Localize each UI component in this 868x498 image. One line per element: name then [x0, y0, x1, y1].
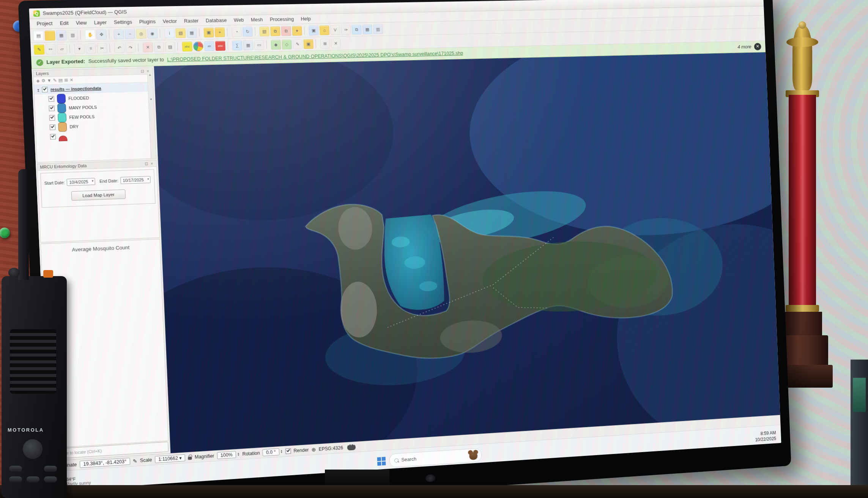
- toolbar-icon[interactable]: abc: [182, 41, 192, 51]
- toolbar-icon[interactable]: ▣: [303, 39, 313, 49]
- toolbar-icon[interactable]: ◎: [136, 29, 146, 39]
- toolbar-icon[interactable]: ▨: [165, 42, 175, 52]
- toolbar-icon[interactable]: [193, 41, 203, 51]
- menu-item-database[interactable]: Database: [202, 17, 230, 24]
- toolbar-icon[interactable]: ⧉: [352, 25, 362, 35]
- toolbar-icon[interactable]: ◔: [232, 27, 242, 37]
- layers-toolbar-icon[interactable]: ▼: [47, 78, 52, 83]
- toolbar-icon[interactable]: ▧: [259, 26, 269, 36]
- toolbar-icon[interactable]: abc: [215, 41, 225, 50]
- toolbar-icon[interactable]: +: [113, 29, 124, 39]
- toolbar-icon[interactable]: ⌗: [85, 43, 96, 53]
- toolbar-icon[interactable]: ✥: [96, 30, 107, 39]
- layer-checkbox[interactable]: [50, 124, 56, 130]
- menu-item-edit[interactable]: Edit: [56, 20, 72, 27]
- toolbar-icon[interactable]: ∑: [232, 41, 243, 50]
- layer-checkbox[interactable]: [48, 96, 54, 102]
- toolbar-icon[interactable]: ✂: [97, 43, 107, 53]
- more-messages-link[interactable]: 4 more: [737, 44, 751, 50]
- toolbar-icon[interactable]: ◉: [147, 28, 158, 38]
- toolbar-icon[interactable]: ✋: [85, 30, 96, 39]
- scale-combo[interactable]: 1:110662 ▾: [154, 454, 185, 463]
- start-button[interactable]: [377, 457, 386, 466]
- layers-toolbar-icon[interactable]: ⊞: [64, 78, 68, 83]
- menu-item-raster[interactable]: Raster: [180, 17, 202, 25]
- menu-item-vector[interactable]: Vector: [159, 18, 181, 25]
- toolbar-icon[interactable]: ◇: [282, 39, 292, 49]
- menu-item-web[interactable]: Web: [230, 17, 247, 24]
- messages-bubble-icon[interactable]: [347, 444, 356, 450]
- magnifier-spinner[interactable]: ▲▼: [237, 452, 240, 457]
- toolbar-icon[interactable]: ▥: [68, 30, 78, 40]
- toolbar-icon[interactable]: ↷: [125, 42, 136, 52]
- toolbar-icon[interactable]: +: [215, 27, 225, 37]
- menu-item-processing[interactable]: Processing: [266, 16, 297, 23]
- toolbar-icon[interactable]: ▾: [292, 26, 302, 36]
- menu-item-help[interactable]: Help: [297, 15, 314, 22]
- toolbar-icon[interactable]: ⧉: [154, 42, 164, 52]
- toolbar-icon[interactable]: ▦: [243, 40, 254, 50]
- layer-checkbox[interactable]: [49, 105, 55, 111]
- message-close-button[interactable]: ✕: [754, 43, 761, 50]
- toolbar-icon[interactable]: ⊞: [320, 39, 330, 49]
- lock-icon[interactable]: [188, 457, 192, 460]
- toolbar-icon[interactable]: ▭: [254, 40, 264, 50]
- toolbar-icon[interactable]: ✕: [143, 42, 153, 52]
- render-checkbox[interactable]: [285, 448, 291, 454]
- toolbar-icon[interactable]: ▣: [203, 27, 214, 37]
- taskbar-clock[interactable]: 8:59 AM 10/22/2025: [755, 430, 777, 443]
- menu-item-layer[interactable]: Layer: [90, 19, 110, 27]
- toolbar-icon[interactable]: ▧: [175, 28, 186, 38]
- map-canvas[interactable]: [154, 52, 781, 453]
- start-date-combo[interactable]: 10/4/2025: [67, 178, 95, 186]
- toolbar-icon[interactable]: ✑: [341, 25, 351, 35]
- toolbar-icon[interactable]: ▾: [74, 44, 85, 53]
- panel-dock-buttons[interactable]: ⊡ ×: [145, 161, 154, 166]
- toolbar-icon[interactable]: ⧉: [281, 26, 291, 36]
- menu-item-view[interactable]: View: [72, 19, 91, 27]
- rotation-input[interactable]: 0.0 °: [262, 448, 279, 456]
- toolbar-icon[interactable]: ab: [204, 41, 214, 51]
- toolbar-icon[interactable]: −: [125, 29, 135, 39]
- menu-item-project[interactable]: Project: [33, 20, 56, 27]
- panel-dock-buttons[interactable]: ⊡ ×: [140, 69, 150, 73]
- layer-checkbox[interactable]: [50, 134, 56, 140]
- toolbar-icon[interactable]: V: [330, 25, 340, 35]
- load-map-layer-button[interactable]: Load Map Layer: [71, 189, 126, 201]
- toolbar-icon[interactable]: ◆: [271, 39, 281, 49]
- magnifier-input[interactable]: 100%: [217, 451, 236, 459]
- toolbar-icon[interactable]: ▥: [373, 24, 383, 34]
- toolbar-icon[interactable]: ⧉: [270, 26, 280, 36]
- epsg-button[interactable]: EPSG:4326: [318, 445, 343, 452]
- taskbar-search[interactable]: Search: [389, 448, 482, 468]
- menu-item-mesh[interactable]: Mesh: [247, 16, 266, 24]
- toolbar-icon[interactable]: ▱: [57, 44, 67, 54]
- layers-toolbar-icon[interactable]: ✕: [69, 77, 73, 83]
- layers-toolbar-icon[interactable]: ⚙: [41, 78, 46, 83]
- layers-toolbar-icon[interactable]: ◈: [36, 78, 40, 83]
- layers-toolbar-icon[interactable]: ▤: [58, 78, 63, 83]
- toolbar-icon[interactable]: i: [164, 28, 175, 38]
- toolbar-icon[interactable]: ▤: [33, 31, 44, 41]
- toolbar-icon[interactable]: ▦: [362, 24, 372, 34]
- toolbar-separator: [109, 44, 112, 52]
- toolbar-icon[interactable]: ▣: [309, 25, 318, 35]
- layers-toolbar-icon[interactable]: ✎: [53, 78, 57, 83]
- layer-checkbox[interactable]: [49, 115, 55, 121]
- toolbar-icon[interactable]: ⌂: [320, 25, 329, 35]
- toolbar-icon[interactable]: ↶: [114, 43, 125, 53]
- toolbar-icon[interactable]: ✕: [331, 38, 341, 48]
- toolbar-icon[interactable]: ↻: [243, 27, 253, 36]
- toolbar-icon[interactable]: ✏: [45, 44, 56, 54]
- toolbar-icon[interactable]: ✎: [293, 39, 303, 49]
- toolbar-icon[interactable]: ✎: [34, 44, 44, 55]
- menu-item-plugins[interactable]: Plugins: [135, 18, 159, 26]
- layer-checkbox[interactable]: [42, 87, 48, 93]
- toolbar-icon[interactable]: [45, 30, 55, 41]
- rotation-spinner[interactable]: ▲▼: [280, 449, 283, 454]
- toolbar-icon[interactable]: ▦: [187, 28, 197, 38]
- menu-item-settings[interactable]: Settings: [110, 19, 136, 26]
- pen-icon[interactable]: ✎: [133, 458, 137, 464]
- toolbar-icon[interactable]: ▦: [56, 30, 67, 40]
- end-date-combo[interactable]: 10/17/2025: [120, 176, 151, 184]
